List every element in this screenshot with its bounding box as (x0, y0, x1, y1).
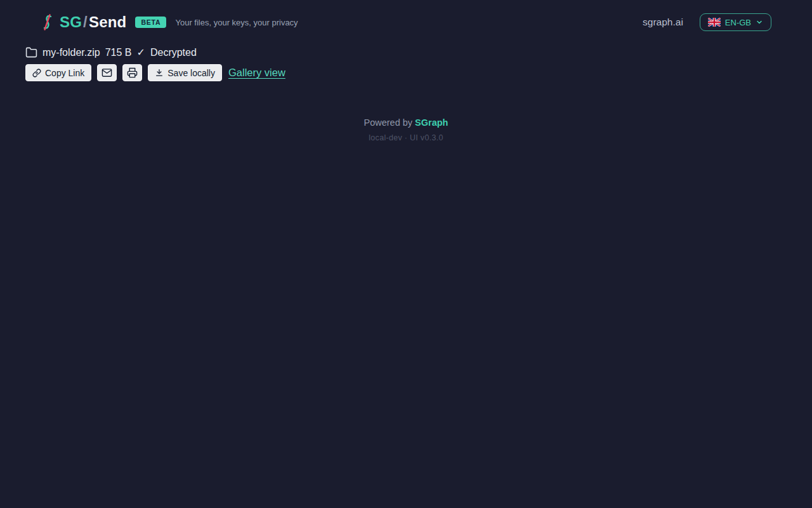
powered-by-line: Powered by SGraph (0, 117, 812, 128)
folder-icon (25, 46, 37, 58)
beta-badge: BETA (135, 17, 166, 29)
email-button[interactable] (97, 64, 117, 81)
save-locally-button[interactable]: Save locally (148, 64, 222, 81)
printer-icon (127, 67, 138, 78)
logo-sg: SG (60, 13, 82, 31)
logo-slash: / (83, 13, 88, 31)
file-size: 715 B (105, 47, 132, 58)
sgraph-site-link[interactable]: sgraph.ai (643, 17, 683, 28)
actions-row: Copy Link (25, 64, 787, 81)
print-button[interactable] (122, 64, 142, 81)
language-label: EN-GB (725, 18, 751, 27)
logo[interactable]: SG/Send BETA Your files, your keys, your… (41, 13, 298, 31)
header-right: sgraph.ai EN-GB (643, 13, 771, 31)
envelope-icon (102, 67, 112, 78)
chevron-down-icon (756, 18, 763, 26)
check-icon: ✓ (137, 46, 145, 58)
file-name: my-folder.zip (43, 47, 100, 58)
sgraph-logo-icon (41, 13, 55, 31)
tagline: Your files, your keys, your privacy (175, 18, 298, 27)
language-selector[interactable]: EN-GB (700, 13, 771, 31)
logo-send: Send (89, 13, 126, 31)
copy-link-label: Copy Link (45, 69, 84, 77)
copy-link-button[interactable]: Copy Link (25, 64, 91, 81)
build-info: local-dev · UI v0.3.0 (0, 133, 812, 142)
file-status: Decrypted (150, 47, 197, 58)
gallery-view-link[interactable]: Gallery view (228, 67, 285, 79)
uk-flag-icon (708, 18, 721, 27)
download-icon (155, 69, 164, 77)
powered-by-text: Powered by (364, 117, 416, 128)
save-locally-label: Save locally (167, 69, 215, 77)
sgraph-brand-link[interactable]: SGraph (415, 117, 448, 128)
file-row: my-folder.zip 715 B ✓ Decrypted (25, 46, 787, 58)
main-content: my-folder.zip 715 B ✓ Decrypted Copy Lin… (0, 46, 812, 81)
link-icon (32, 69, 41, 77)
header: SG/Send BETA Your files, your keys, your… (0, 0, 812, 44)
app-title: SG/Send (60, 13, 126, 31)
footer: Powered by SGraph local-dev · UI v0.3.0 (0, 117, 812, 142)
